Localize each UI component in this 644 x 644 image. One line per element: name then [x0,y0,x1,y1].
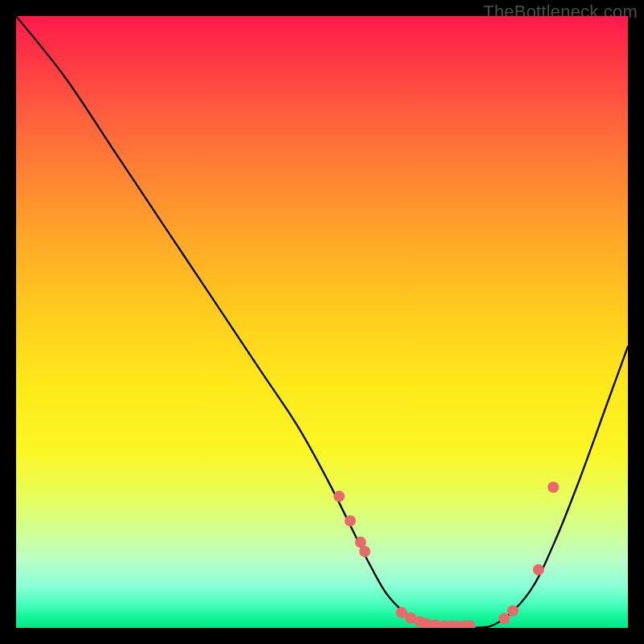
highlight-dot [333,491,345,502]
highlight-dot [533,564,544,576]
highlight-dot [547,481,559,493]
curve-line [16,16,628,628]
highlight-dot [345,515,356,526]
plot-area [16,16,628,628]
chart-svg [16,16,628,628]
chart-stage: TheBottleneck.com [0,0,644,644]
highlight-dot [507,605,518,617]
highlight-dots [333,481,559,628]
highlight-dot [359,546,370,557]
highlight-dot [499,613,510,625]
